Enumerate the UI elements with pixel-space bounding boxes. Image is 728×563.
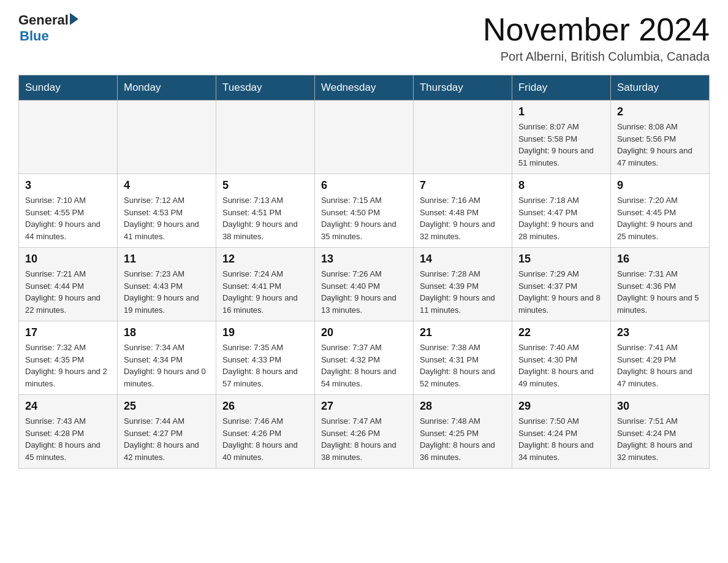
calendar-cell: 15Sunrise: 7:29 AM Sunset: 4:37 PM Dayli… bbox=[512, 248, 610, 321]
logo-arrow-icon bbox=[70, 13, 78, 25]
calendar-cell: 1Sunrise: 8:07 AM Sunset: 5:58 PM Daylig… bbox=[512, 101, 610, 174]
calendar-cell bbox=[216, 101, 314, 174]
calendar-subtitle: Port Alberni, British Columbia, Canada bbox=[483, 50, 710, 64]
day-info: Sunrise: 8:07 AM Sunset: 5:58 PM Dayligh… bbox=[518, 121, 604, 169]
day-info: Sunrise: 7:28 AM Sunset: 4:39 PM Dayligh… bbox=[420, 268, 506, 316]
day-info: Sunrise: 7:24 AM Sunset: 4:41 PM Dayligh… bbox=[222, 268, 308, 316]
day-info: Sunrise: 7:15 AM Sunset: 4:50 PM Dayligh… bbox=[321, 194, 407, 242]
day-info: Sunrise: 7:41 AM Sunset: 4:29 PM Dayligh… bbox=[617, 342, 703, 389]
calendar-cell bbox=[314, 101, 413, 174]
day-info: Sunrise: 7:31 AM Sunset: 4:36 PM Dayligh… bbox=[617, 268, 703, 316]
day-number: 12 bbox=[222, 253, 308, 266]
day-number: 27 bbox=[321, 400, 407, 413]
calendar-cell bbox=[19, 101, 118, 174]
day-info: Sunrise: 7:29 AM Sunset: 4:37 PM Dayligh… bbox=[518, 268, 604, 316]
column-header-monday: Monday bbox=[117, 75, 216, 101]
day-info: Sunrise: 7:26 AM Sunset: 4:40 PM Dayligh… bbox=[321, 268, 407, 316]
calendar-cell: 23Sunrise: 7:41 AM Sunset: 4:29 PM Dayli… bbox=[610, 321, 709, 395]
day-number: 5 bbox=[222, 179, 308, 192]
calendar-cell: 28Sunrise: 7:48 AM Sunset: 4:25 PM Dayli… bbox=[413, 395, 512, 469]
day-info: Sunrise: 7:51 AM Sunset: 4:24 PM Dayligh… bbox=[617, 415, 703, 463]
day-info: Sunrise: 7:35 AM Sunset: 4:33 PM Dayligh… bbox=[222, 342, 308, 389]
column-header-wednesday: Wednesday bbox=[314, 75, 413, 101]
day-info: Sunrise: 7:47 AM Sunset: 4:26 PM Dayligh… bbox=[321, 415, 407, 463]
calendar-cell: 29Sunrise: 7:50 AM Sunset: 4:24 PM Dayli… bbox=[512, 395, 610, 469]
calendar-week-row: 10Sunrise: 7:21 AM Sunset: 4:44 PM Dayli… bbox=[19, 248, 710, 321]
day-number: 20 bbox=[321, 326, 407, 339]
calendar-week-row: 17Sunrise: 7:32 AM Sunset: 4:35 PM Dayli… bbox=[19, 321, 710, 395]
calendar-cell: 12Sunrise: 7:24 AM Sunset: 4:41 PM Dayli… bbox=[216, 248, 314, 321]
calendar-cell: 10Sunrise: 7:21 AM Sunset: 4:44 PM Dayli… bbox=[19, 248, 118, 321]
day-number: 29 bbox=[518, 400, 604, 413]
day-info: Sunrise: 7:20 AM Sunset: 4:45 PM Dayligh… bbox=[617, 194, 703, 242]
day-info: Sunrise: 7:32 AM Sunset: 4:35 PM Dayligh… bbox=[25, 342, 111, 389]
calendar-cell: 14Sunrise: 7:28 AM Sunset: 4:39 PM Dayli… bbox=[413, 248, 512, 321]
calendar-cell: 2Sunrise: 8:08 AM Sunset: 5:56 PM Daylig… bbox=[610, 101, 709, 174]
calendar-cell: 27Sunrise: 7:47 AM Sunset: 4:26 PM Dayli… bbox=[314, 395, 413, 469]
day-number: 3 bbox=[25, 179, 111, 192]
day-number: 14 bbox=[420, 253, 506, 266]
day-number: 24 bbox=[25, 400, 111, 413]
day-info: Sunrise: 7:48 AM Sunset: 4:25 PM Dayligh… bbox=[420, 415, 506, 463]
day-number: 28 bbox=[420, 400, 506, 413]
day-number: 23 bbox=[617, 326, 703, 339]
calendar-title: November 2024 bbox=[483, 12, 710, 47]
day-number: 11 bbox=[124, 253, 210, 266]
logo-blue-text: Blue bbox=[20, 28, 49, 44]
day-number: 7 bbox=[420, 179, 506, 192]
calendar-title-area: November 2024 Port Alberni, British Colu… bbox=[483, 12, 710, 64]
day-number: 6 bbox=[321, 179, 407, 192]
day-info: Sunrise: 7:34 AM Sunset: 4:34 PM Dayligh… bbox=[124, 342, 210, 389]
calendar-cell: 22Sunrise: 7:40 AM Sunset: 4:30 PM Dayli… bbox=[512, 321, 610, 395]
calendar-cell: 5Sunrise: 7:13 AM Sunset: 4:51 PM Daylig… bbox=[216, 174, 314, 248]
calendar-week-row: 3Sunrise: 7:10 AM Sunset: 4:55 PM Daylig… bbox=[19, 174, 710, 248]
calendar-cell: 7Sunrise: 7:16 AM Sunset: 4:48 PM Daylig… bbox=[413, 174, 512, 248]
calendar-cell: 30Sunrise: 7:51 AM Sunset: 4:24 PM Dayli… bbox=[610, 395, 709, 469]
day-number: 26 bbox=[222, 400, 308, 413]
day-number: 15 bbox=[518, 253, 604, 266]
day-number: 30 bbox=[617, 400, 703, 413]
calendar-cell: 24Sunrise: 7:43 AM Sunset: 4:28 PM Dayli… bbox=[19, 395, 118, 469]
calendar-cell: 3Sunrise: 7:10 AM Sunset: 4:55 PM Daylig… bbox=[19, 174, 118, 248]
column-header-saturday: Saturday bbox=[610, 75, 709, 101]
day-info: Sunrise: 7:38 AM Sunset: 4:31 PM Dayligh… bbox=[420, 342, 506, 389]
day-number: 22 bbox=[518, 326, 604, 339]
calendar-cell: 25Sunrise: 7:44 AM Sunset: 4:27 PM Dayli… bbox=[117, 395, 216, 469]
calendar-cell: 6Sunrise: 7:15 AM Sunset: 4:50 PM Daylig… bbox=[314, 174, 413, 248]
calendar-cell: 8Sunrise: 7:18 AM Sunset: 4:47 PM Daylig… bbox=[512, 174, 610, 248]
day-info: Sunrise: 7:50 AM Sunset: 4:24 PM Dayligh… bbox=[518, 415, 604, 463]
day-number: 21 bbox=[420, 326, 506, 339]
column-header-sunday: Sunday bbox=[19, 75, 118, 101]
day-info: Sunrise: 7:37 AM Sunset: 4:32 PM Dayligh… bbox=[321, 342, 407, 389]
day-number: 8 bbox=[518, 179, 604, 192]
calendar-week-row: 1Sunrise: 8:07 AM Sunset: 5:58 PM Daylig… bbox=[19, 101, 710, 174]
day-number: 19 bbox=[222, 326, 308, 339]
calendar-cell: 20Sunrise: 7:37 AM Sunset: 4:32 PM Dayli… bbox=[314, 321, 413, 395]
calendar-cell: 17Sunrise: 7:32 AM Sunset: 4:35 PM Dayli… bbox=[19, 321, 118, 395]
day-info: Sunrise: 7:40 AM Sunset: 4:30 PM Dayligh… bbox=[518, 342, 604, 389]
day-info: Sunrise: 7:23 AM Sunset: 4:43 PM Dayligh… bbox=[124, 268, 210, 316]
day-info: Sunrise: 7:12 AM Sunset: 4:53 PM Dayligh… bbox=[124, 194, 210, 242]
column-header-thursday: Thursday bbox=[413, 75, 512, 101]
day-info: Sunrise: 7:16 AM Sunset: 4:48 PM Dayligh… bbox=[420, 194, 506, 242]
calendar-cell: 13Sunrise: 7:26 AM Sunset: 4:40 PM Dayli… bbox=[314, 248, 413, 321]
page-header: General Blue November 2024 Port Alberni,… bbox=[18, 12, 710, 64]
calendar-cell: 19Sunrise: 7:35 AM Sunset: 4:33 PM Dayli… bbox=[216, 321, 314, 395]
calendar-cell: 11Sunrise: 7:23 AM Sunset: 4:43 PM Dayli… bbox=[117, 248, 216, 321]
day-number: 10 bbox=[25, 253, 111, 266]
day-number: 9 bbox=[617, 179, 703, 192]
column-header-tuesday: Tuesday bbox=[216, 75, 314, 101]
logo-general-text: General bbox=[18, 12, 69, 28]
calendar-cell: 9Sunrise: 7:20 AM Sunset: 4:45 PM Daylig… bbox=[610, 174, 709, 248]
calendar-cell: 26Sunrise: 7:46 AM Sunset: 4:26 PM Dayli… bbox=[216, 395, 314, 469]
logo: General Blue bbox=[18, 12, 78, 44]
day-info: Sunrise: 7:44 AM Sunset: 4:27 PM Dayligh… bbox=[124, 415, 210, 463]
calendar-cell: 18Sunrise: 7:34 AM Sunset: 4:34 PM Dayli… bbox=[117, 321, 216, 395]
day-info: Sunrise: 7:46 AM Sunset: 4:26 PM Dayligh… bbox=[222, 415, 308, 463]
day-info: Sunrise: 7:18 AM Sunset: 4:47 PM Dayligh… bbox=[518, 194, 604, 242]
day-number: 25 bbox=[124, 400, 210, 413]
calendar-header-row: SundayMondayTuesdayWednesdayThursdayFrid… bbox=[19, 75, 710, 101]
calendar-cell bbox=[117, 101, 216, 174]
day-info: Sunrise: 7:13 AM Sunset: 4:51 PM Dayligh… bbox=[222, 194, 308, 242]
day-info: Sunrise: 7:10 AM Sunset: 4:55 PM Dayligh… bbox=[25, 194, 111, 242]
